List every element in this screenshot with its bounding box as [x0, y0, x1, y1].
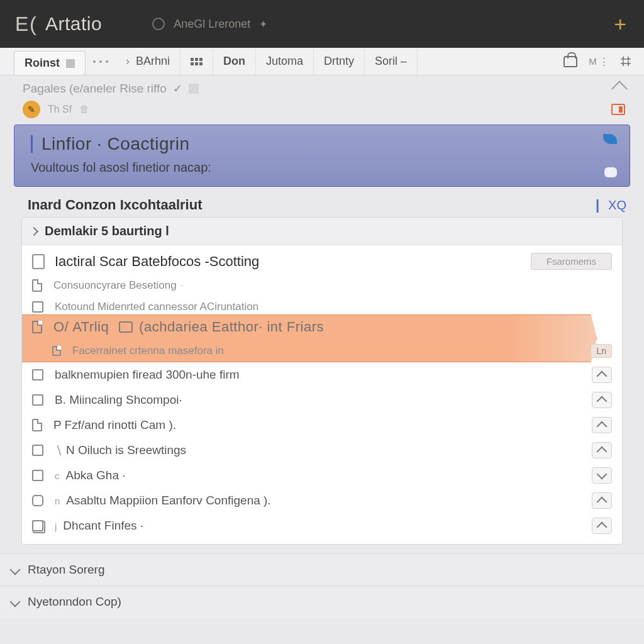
breadcrumb: Pagales (e/aneler Rise riffo ✓: [0, 75, 644, 98]
tab-barhni[interactable]: ›BArhni: [116, 48, 180, 75]
main-panel: Demlakir 5 baurting l Iactiral Scar Bate…: [21, 217, 623, 545]
list-item[interactable]: ∖ N Oiluch is Sreewtings: [22, 438, 622, 463]
tab-soril[interactable]: Soril –: [365, 48, 418, 75]
header-context-text: AneGl Lreronet: [174, 18, 250, 31]
banner-subtitle: Voultous fol asosl finetior nacap:: [31, 160, 617, 175]
spark-icon: ✦: [259, 18, 267, 30]
checkbox-icon[interactable]: [32, 470, 43, 481]
move-up-button[interactable]: [592, 467, 612, 484]
group-title-text: Iactiral Scar Batebfocos -Scotting: [55, 253, 259, 270]
divider-icon: |: [596, 197, 599, 213]
list-item[interactable]: Kotound Midenrted cannessor ACiruntation: [22, 296, 622, 314]
chevron-up-icon[interactable]: [611, 80, 627, 96]
notice-banner: Linfior · Coactigrin Voultous fol asosl …: [14, 125, 630, 187]
move-up-button[interactable]: [592, 492, 612, 509]
list-item[interactable]: P Fzf/and rinotti Cam ).: [22, 413, 622, 438]
line-badge: Ln: [591, 344, 612, 358]
highlighted-item-1[interactable]: O/ ATrliq (achdariea Eatthor· int Friars: [22, 314, 622, 340]
trash-icon[interactable]: 🗑: [79, 104, 89, 115]
group-title-button[interactable]: Fsaromems: [531, 253, 612, 270]
check-icon: ✓: [173, 82, 182, 96]
tab-strip: Roinst ›BArhni Don Jutoma Drtnty Soril –…: [0, 48, 644, 75]
checkbox-icon[interactable]: [32, 301, 43, 313]
bag-icon[interactable]: [564, 56, 577, 67]
tab-don[interactable]: Don: [213, 48, 256, 75]
checkbox-icon[interactable]: [32, 369, 43, 380]
list-item[interactable]: balknemupien firead 300n-uhe firm: [22, 362, 622, 387]
chip-icon: [119, 321, 133, 333]
doc-icon: [32, 279, 42, 292]
highlighted-region: O/ ATrliq (achdariea Eatthor· int Friars…: [22, 314, 622, 362]
hl-main: ATrliq: [72, 319, 109, 335]
tab-drtnty[interactable]: Drtnty: [314, 48, 365, 75]
banner-title: Linfior · Coactigrin: [31, 134, 617, 154]
group-title-row: Iactiral Scar Batebfocos -Scotting Fsaro…: [22, 245, 622, 275]
doc-icon: [52, 346, 61, 356]
tab-m-label: M ⋮: [589, 56, 609, 67]
block-icon: [189, 84, 199, 94]
tab-grid[interactable]: [180, 48, 213, 75]
breadcrumb-text: Pagales (e/aneler Rise riffo: [23, 82, 167, 96]
chevron-down-icon: [10, 597, 21, 608]
hl-prefix: O/: [53, 319, 69, 335]
target-icon: [152, 18, 165, 30]
doc-icon: [32, 321, 42, 333]
list-item[interactable]: B. Miincaling Shcompoi·: [22, 387, 622, 413]
edit-badge[interactable]: ✎: [23, 101, 40, 118]
chevron-right-icon: [30, 226, 38, 235]
checkbox-icon[interactable]: [32, 394, 43, 406]
brand-name: Artatio: [45, 13, 102, 35]
square-icon: [66, 59, 75, 68]
brand-mark: E): [15, 13, 36, 36]
add-button[interactable]: +: [614, 12, 626, 36]
checkbox-icon[interactable]: [32, 495, 43, 506]
collapsed-section-2[interactable]: Nyetonndon Cop): [0, 586, 644, 618]
move-up-button[interactable]: [592, 518, 612, 534]
columns-icon[interactable]: ‡‡: [620, 55, 630, 68]
doc-icon: [32, 419, 42, 431]
group-header[interactable]: Demlakir 5 baurting l: [22, 218, 622, 245]
checkbox-icon[interactable]: [32, 520, 43, 531]
list-item[interactable]: c Abka Gha ·: [22, 463, 622, 488]
collapsed-section-1[interactable]: Rtayon Sorerg: [0, 553, 644, 586]
chevron-down-icon: [10, 565, 21, 575]
highlighted-item-2[interactable]: Facerrainet crtenna masefora in Ln: [22, 340, 622, 362]
tab-jutoma[interactable]: Jutoma: [256, 48, 314, 75]
list-item[interactable]: Consuoncyrare Besetiong·: [22, 275, 622, 296]
hl-rest: (achdariea Eatthor· int Friars: [139, 319, 324, 335]
section-header: Inard Conzon Ixcohtaalriut | XQ: [0, 193, 644, 217]
section-title: Inard Conzon Ixcohtaalriut: [28, 197, 202, 213]
flag-badge-icon[interactable]: [611, 104, 625, 115]
header-context: AneGl Lreronet ✦: [152, 18, 267, 31]
move-up-button[interactable]: [592, 417, 612, 433]
tab-overflow[interactable]: [86, 48, 116, 75]
tab-roinst[interactable]: Roinst: [14, 51, 86, 75]
app-header: E) Artatio AneGl Lreronet ✦ +: [0, 0, 644, 48]
grid-icon: [191, 58, 203, 65]
list-item[interactable]: j Dhcant Finfes ·: [22, 513, 622, 544]
status-row: ✎ Th Sf 🗑: [0, 98, 644, 125]
move-up-button[interactable]: [592, 367, 612, 383]
chat-icon[interactable]: [604, 167, 617, 177]
move-up-button[interactable]: [592, 442, 612, 458]
move-up-button[interactable]: [592, 392, 612, 408]
status-text: Th Sf: [48, 104, 72, 115]
list-item[interactable]: n Asabltu Mappiion Eanforv Configena ).: [22, 488, 622, 513]
xq-action[interactable]: XQ: [608, 198, 626, 213]
page-icon: [32, 254, 45, 269]
checkbox-icon[interactable]: [32, 445, 43, 456]
